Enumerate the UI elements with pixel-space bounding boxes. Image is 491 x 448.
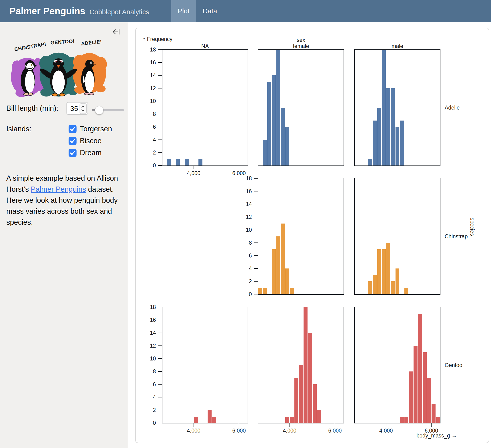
histogram-bar [427,378,431,423]
y-axis-tick-label: 6 [240,253,252,259]
y-axis-tick [158,384,162,385]
y-axis-tick-label: 14 [144,330,156,336]
facet-row-label: Chinstrap [445,233,468,240]
checkbox-torgersen[interactable] [69,125,76,133]
y-axis-tick [254,294,258,295]
y-axis-tick [158,49,162,50]
checkbox-biscoe[interactable] [69,137,76,145]
y-axis-tick-label: 16 [144,317,156,323]
x-axis-tick [290,423,290,427]
y-axis-tick [158,75,162,76]
y-axis-tick [254,255,258,256]
stepper-up-icon[interactable] [81,105,85,108]
histogram-bar [409,372,413,423]
histogram-bar [290,288,294,295]
facet-frame [162,49,248,166]
y-axis-tick [158,397,162,397]
tab-plot[interactable]: Plot [171,0,196,22]
navbar: Palmer Penguins Cobblepot Analytics Plot… [0,0,491,22]
histogram-bar [285,417,289,423]
histogram-bar [263,140,267,165]
histogram-bar [272,75,276,165]
histogram-bar [281,108,285,166]
bill-length-input[interactable]: 35 [66,102,88,115]
gentoo-label: GENTOO! [50,38,75,46]
y-axis-tick [254,191,258,191]
y-axis-tick [158,62,162,63]
y-axis-tick-label: 18 [240,175,252,182]
histogram-bar [299,365,303,423]
y-axis-tick [254,217,258,217]
facet-column-header: male [379,43,416,49]
y-axis-tick [158,333,162,333]
tab-data[interactable]: Data [196,0,224,22]
histogram-bar [285,268,289,294]
y-axis-tick [158,307,162,307]
x-axis-tick [194,423,194,427]
histogram-bar [313,384,317,423]
y-axis-tick [158,140,162,140]
y-axis-tick-label: 2 [240,278,252,285]
y-axis-tick [254,178,258,179]
x-axis-tick-label: 4,000 [180,170,208,176]
sidebar-description: A simple example based on Allison Horst’… [6,173,123,228]
check-icon [69,149,76,157]
x-axis-tick [431,423,432,427]
y-axis-tick-label: 4 [240,266,252,272]
x-axis-tick-label: 6,000 [225,428,253,434]
y-axis-tick-label: 0 [144,420,156,426]
histogram-bar [404,288,408,295]
y-axis-tick-label: 0 [240,291,252,297]
y-axis-tick [158,88,162,88]
x-axis-tick-label: 6,000 [321,428,349,434]
y-axis-tick [158,101,162,101]
histogram-bar [368,159,372,166]
y-axis-tick [254,281,258,282]
bill-length-slider[interactable] [92,106,124,114]
x-axis-tick [386,423,386,427]
island-option-torgersen: Torgersen [69,125,112,133]
palmer-penguins-link[interactable]: Palmer Penguins [31,185,86,193]
check-icon [69,137,76,145]
histogram-bar [396,268,399,294]
x-axis-tick [194,166,194,169]
app-title: Palmer Penguins [9,6,85,16]
histogram-bar [400,121,404,166]
histogram-bar [382,50,386,165]
histogram-bar [377,249,381,295]
histogram-bar [290,417,294,423]
stepper-down-icon[interactable] [81,109,85,112]
checkbox-label: Dream [80,149,102,157]
y-axis-tick-label: 12 [144,85,156,92]
y-axis-tick-label: 12 [144,343,156,349]
checkbox-label: Biscoe [80,137,102,145]
checkbox-dream[interactable] [69,149,76,157]
y-axis-tick-label: 6 [144,381,156,388]
histogram-bar [391,281,395,294]
collapse-arrow-icon [112,28,120,36]
bill-length-stepper[interactable] [80,104,87,114]
plot-card: ↑ FrequencysexNAfemalemale4,0006,0004,00… [135,28,489,443]
nav-tabs: Plot Data [171,0,224,22]
facet-column-header: female [282,43,320,49]
histogram-bar [185,159,189,166]
slider-thumb[interactable] [95,106,104,114]
histogram-bar [267,82,271,166]
y-axis-tick-label: 6 [144,124,156,130]
y-axis-tick [254,242,258,243]
histogram-bar [176,159,180,166]
histogram-bar [373,121,377,166]
sidebar: CHINSTRAP! GENTOO! ADÉLIE! Bill length (… [0,22,128,448]
chinstrap-label: CHINSTRAP! [14,41,47,52]
histogram-bar [276,236,280,295]
x-axis-title: body_mass_g → [387,433,457,439]
histogram-bar [418,314,422,423]
x-axis-tick-label: 4,000 [180,428,208,434]
y-axis-tick-label: 2 [144,407,156,413]
histogram-bar [423,352,427,423]
histogram-bar [263,288,267,295]
sidebar-collapse-button[interactable] [112,28,120,36]
y-axis-tick-label: 2 [144,150,156,156]
penguins-artwork: CHINSTRAP! GENTOO! ADÉLIE! [5,34,113,101]
histogram-bar [208,410,212,423]
